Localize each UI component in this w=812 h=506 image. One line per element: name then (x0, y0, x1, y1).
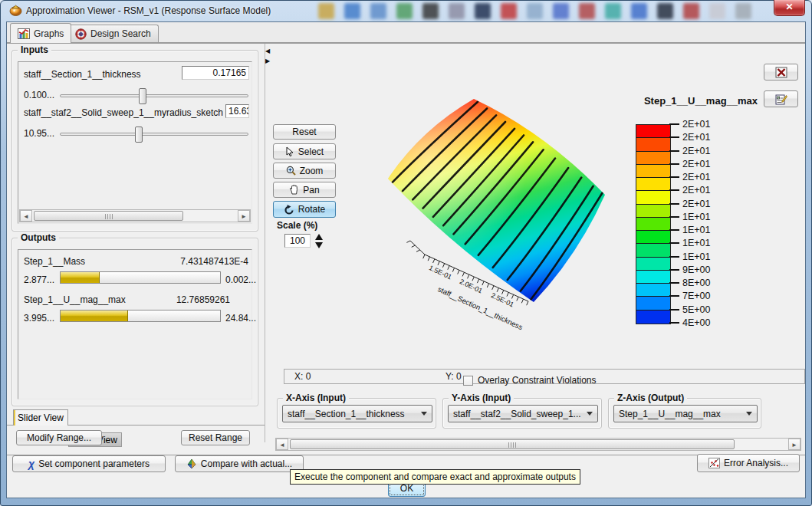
error-analysis-icon (708, 458, 720, 468)
status-y: Y: 0 (445, 371, 462, 382)
splitter-collapse-left-icon[interactable]: ◀ (265, 48, 270, 55)
legend-tick: 2E+01 (669, 159, 711, 169)
legend-tick: 2E+01 (669, 119, 711, 130)
legend-tick: 2E+01 (669, 172, 711, 182)
output-progress-1 (60, 310, 221, 322)
plot-pan-button[interactable]: Pan (273, 182, 336, 198)
inputs-title: Inputs (18, 44, 51, 55)
x-axis-selector-label: X-Axis (Input) (283, 393, 349, 403)
input-min-0: 0.100... (24, 90, 54, 100)
outputs-area: Step_1__Mass 7.431487413E-4 2.877... 0.0… (18, 249, 252, 399)
output-progress-0 (60, 271, 221, 284)
select-cursor-icon (285, 146, 294, 156)
legend-band (636, 258, 670, 271)
compare-with-actual-button[interactable]: Compare with actual... (175, 455, 304, 472)
inputs-hscroll-thumb[interactable] (34, 211, 183, 221)
tab-design-search[interactable]: Design Search (67, 25, 159, 42)
delete-plot-button[interactable] (764, 64, 798, 80)
input-slider-thumb-1[interactable] (135, 127, 143, 143)
legend-tick: 7E+00 (669, 291, 711, 301)
z-axis-dropdown[interactable]: Step_1__U__mag__max (613, 405, 758, 422)
content-top-border (7, 43, 805, 44)
legend-band (636, 271, 670, 284)
set-component-parameters-button[interactable]: χ Set component parameters (12, 455, 166, 472)
scale-input[interactable]: 100 (284, 234, 311, 248)
legend-tick: 2E+01 (669, 199, 711, 209)
background-icon (683, 3, 699, 19)
background-icon (553, 3, 569, 19)
legend-band (636, 284, 670, 297)
close-button[interactable]: ✕ (774, 0, 805, 16)
overlay-constraint-checkbox[interactable] (463, 376, 473, 386)
component-parameters-icon: χ (28, 458, 35, 470)
scroll-left-arrow-icon[interactable]: ◄ (20, 210, 32, 222)
panel-splitter[interactable] (265, 44, 265, 442)
background-icon (318, 3, 334, 19)
overlay-constraint-label: Overlay Constraint Violations (478, 375, 597, 386)
input-slider-thumb-0[interactable] (139, 88, 146, 104)
inputs-hscrollbar[interactable]: ◄ ► (19, 209, 251, 222)
z-axis-selector-label: Z-Axis (Output) (614, 393, 687, 403)
plot-reset-button[interactable]: Reset (273, 124, 336, 140)
inputs-groupbox: Inputs staff__Section_1__thickness 0.171… (12, 50, 258, 232)
input-value-0[interactable]: 0.17165 (182, 66, 249, 80)
scroll-right-arrow-icon[interactable]: ► (238, 210, 250, 222)
tab-graphs[interactable]: Graphs (10, 23, 71, 43)
output-progress-fill-1 (61, 310, 128, 321)
plot-select-button[interactable]: Select (273, 143, 336, 159)
output-value-0: 7.431487413E-4 (180, 256, 248, 267)
modify-range-button[interactable]: Modify Range... (16, 430, 102, 445)
legend-band (636, 138, 670, 151)
y-axis-dropdown[interactable]: staff__staf2__Solid_sweep_1... (448, 405, 598, 422)
edit-properties-icon (775, 94, 787, 105)
input-slider-0[interactable] (60, 94, 248, 97)
error-analysis-button[interactable]: Error Analysis... (697, 454, 800, 472)
background-icon (631, 3, 647, 19)
surface-plot-canvas[interactable]: 1.5E-01 2.0E-01 2.5E-01 staff__Section_1… (338, 45, 622, 346)
legend-tick: 2E+01 (669, 132, 711, 143)
desktop-background-icons (318, 2, 771, 20)
input-value-1[interactable]: 16.630 (225, 104, 249, 118)
spin-down-icon (315, 242, 323, 248)
output-max-0: 0.002... (225, 274, 256, 285)
background-icon (709, 3, 725, 19)
scale-spin-up[interactable] (313, 233, 324, 241)
output-value-1: 12.76859261 (176, 294, 230, 305)
plot-rotate-button[interactable]: Rotate (273, 201, 336, 218)
titlebar[interactable]: Approximation Viewer - RSM_v1 (Response … (0, 0, 812, 21)
input-name-1: staff__staf2__Solid_sweep_1__myradius_sk… (24, 107, 223, 118)
legend-band (636, 244, 670, 257)
input-slider-1[interactable] (60, 133, 248, 136)
plot-hscroll-thumb[interactable] (290, 439, 735, 449)
close-icon: ✕ (785, 2, 793, 12)
plot-zoom-button[interactable]: Zoom (273, 163, 336, 179)
background-icon (501, 3, 517, 19)
scale-label: Scale (%) (277, 220, 317, 231)
legend-band (636, 125, 670, 138)
legend-band (636, 310, 670, 324)
pan-hand-icon (289, 185, 299, 195)
main-tabbar: Graphs Design Search (7, 22, 805, 43)
chevron-down-icon (746, 412, 752, 416)
x-axis-dropdown[interactable]: staff__Section_1__thickness (282, 405, 432, 422)
output-max-1: 24.84... (225, 313, 256, 324)
legend-bar (636, 124, 671, 324)
z-axis-groupbox: Z-Axis (Output) Step_1__U__mag__max (608, 398, 761, 429)
scroll-right-arrow-icon[interactable]: ► (788, 439, 800, 450)
zoom-magnifier-icon (286, 166, 296, 176)
window-title: Approximation Viewer - RSM_v1 (Response … (26, 5, 271, 16)
tab-slider-view[interactable]: Slider View (13, 409, 68, 426)
plot-hscrollbar[interactable]: ◄ ► (275, 438, 801, 451)
legend-tick: 9E+00 (669, 264, 711, 275)
edit-plot-properties-button[interactable] (764, 90, 798, 107)
input-min-1: 10.95... (24, 128, 54, 139)
surface-highlight (388, 99, 605, 302)
scroll-left-arrow-icon[interactable]: ◄ (276, 439, 288, 450)
status-x: X: 0 (294, 371, 311, 382)
background-icon (370, 3, 386, 19)
output-progress-fill-0 (61, 272, 100, 283)
splitter-expand-right-icon[interactable]: ▶ (265, 58, 270, 65)
scale-spin-down[interactable] (313, 242, 324, 249)
reset-range-button[interactable]: Reset Range (181, 430, 250, 445)
legend-tick: 1E+01 (669, 212, 711, 222)
